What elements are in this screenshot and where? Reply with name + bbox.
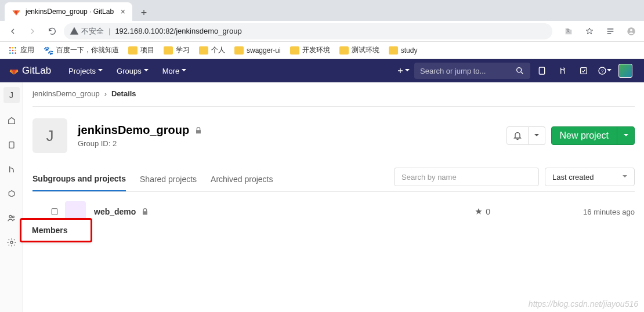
chevron-down-icon — [98, 67, 103, 75]
lock-icon — [194, 126, 203, 135]
breadcrumb: jenkinsDemo_group › Details — [32, 89, 635, 98]
svg-point-2 — [630, 29, 632, 31]
folder-icon — [234, 46, 244, 55]
star-icon — [474, 207, 483, 216]
svg-rect-21 — [52, 209, 57, 215]
folder-icon — [339, 46, 349, 55]
svg-text:文: 文 — [566, 28, 570, 32]
gitlab-nav: GitLab Projects Groups More Search or ju… — [0, 59, 644, 82]
nav-merge-icon[interactable] — [553, 61, 572, 80]
group-title: jenkinsDemo_group — [78, 124, 203, 137]
sort-dropdown[interactable]: Last created — [545, 168, 635, 186]
browser-toolbar: 不安全 | 192.168.0.100:82/jenkinsdemo_group… — [0, 21, 644, 42]
reload-button[interactable] — [44, 23, 60, 39]
svg-point-6 — [9, 49, 11, 51]
nav-groups[interactable]: Groups — [111, 59, 154, 82]
star-icon[interactable] — [581, 23, 598, 39]
browser-tab[interactable]: jenkinsDemo_group · GitLab × — [5, 2, 132, 21]
chevron-down-icon — [607, 66, 612, 76]
chevron-down-icon — [534, 130, 539, 141]
project-updated: 16 minutes ago — [583, 208, 635, 216]
group-header: J jenkinsDemo_group Group ID: 2 New proj… — [32, 118, 635, 153]
tab-subgroups[interactable]: Subgroups and projects — [32, 167, 126, 191]
sidebar: J — [0, 82, 23, 312]
bookmark-folder[interactable]: 项目 — [125, 43, 158, 57]
apps-button[interactable]: 应用 — [5, 43, 38, 57]
breadcrumb-group[interactable]: jenkinsDemo_group — [32, 89, 100, 98]
project-name[interactable]: web_demo — [94, 207, 150, 216]
new-tab-button[interactable]: + — [136, 5, 152, 21]
svg-point-4 — [12, 47, 14, 49]
nav-user-avatar[interactable] — [616, 61, 635, 80]
bookmark-baidu[interactable]: 🐾百度一下，你就知道 — [40, 43, 122, 57]
project-stars[interactable]: 0 — [474, 207, 490, 216]
breadcrumb-page: Details — [111, 89, 136, 98]
svg-rect-17 — [9, 142, 14, 148]
url-text: 192.168.0.100:82/jenkinsdemo_group — [115, 27, 241, 35]
group-id-label: Group ID: 2 — [78, 139, 203, 148]
bookmark-folder[interactable]: 开发环境 — [287, 43, 334, 57]
address-bar[interactable]: 不安全 | 192.168.0.100:82/jenkinsdemo_group — [64, 23, 552, 39]
forward-button[interactable] — [24, 23, 41, 39]
search-placeholder: Search or jump to... — [420, 67, 515, 75]
project-row[interactable]: web_demo 0 16 minutes ago — [32, 192, 635, 231]
bookmark-folder[interactable]: 个人 — [196, 43, 229, 57]
sidebar-merge-icon[interactable] — [0, 158, 23, 181]
svg-rect-13 — [539, 67, 544, 74]
svg-point-18 — [9, 215, 12, 217]
nav-projects[interactable]: Projects — [63, 59, 108, 82]
sidebar-group-avatar[interactable]: J — [3, 87, 20, 103]
sidebar-issues-icon[interactable] — [0, 133, 23, 157]
group-avatar: J — [32, 118, 67, 153]
browser-tab-bar: jenkinsDemo_group · GitLab × + — [0, 0, 644, 21]
bookmark-folder[interactable]: 学习 — [160, 43, 193, 57]
tab-shared[interactable]: Shared projects — [140, 168, 197, 191]
gitlab-logo[interactable]: GitLab — [9, 65, 51, 77]
translate-icon[interactable]: 文 — [560, 23, 577, 39]
svg-point-19 — [12, 216, 14, 217]
profile-icon[interactable] — [623, 23, 639, 39]
search-icon — [515, 66, 524, 75]
sidebar-kubernetes-icon[interactable] — [0, 182, 23, 205]
chevron-right-icon: › — [104, 89, 107, 98]
bell-icon — [513, 131, 522, 140]
bookmark-folder[interactable]: swagger-ui — [231, 44, 284, 57]
folder-icon — [199, 46, 208, 55]
close-icon[interactable]: × — [121, 7, 125, 16]
chevron-down-icon — [623, 173, 627, 182]
svg-point-12 — [517, 68, 522, 72]
folder-icon — [290, 46, 299, 55]
main-content: jenkinsDemo_group › Details J jenkinsDem… — [23, 82, 644, 312]
folder-icon — [128, 46, 138, 55]
chevron-down-icon — [405, 66, 410, 76]
insecure-icon: 不安全 — [70, 26, 104, 37]
bookmark-folder[interactable]: study — [385, 44, 421, 57]
new-project-button[interactable]: New project — [551, 126, 635, 145]
back-button[interactable] — [5, 23, 21, 39]
nav-more[interactable]: More — [157, 59, 193, 82]
chevron-down-icon — [624, 130, 628, 141]
svg-point-8 — [15, 49, 16, 51]
chevron-down-icon — [182, 67, 186, 75]
nav-search-input[interactable]: Search or jump to... — [414, 63, 530, 79]
lock-icon — [140, 207, 150, 216]
bookmark-folder[interactable]: 测试环境 — [336, 43, 383, 57]
svg-point-20 — [10, 241, 13, 244]
watermark: https://blog.csdn.net/jiayou516 — [529, 299, 638, 309]
nav-issues-icon[interactable] — [533, 61, 551, 80]
nav-todos-icon[interactable] — [574, 61, 593, 80]
svg-point-3 — [9, 47, 11, 49]
nav-help-icon[interactable]: ? — [595, 61, 614, 80]
reading-list-icon[interactable] — [602, 23, 618, 39]
sidebar-overview-icon[interactable] — [0, 109, 23, 132]
bookmarks-bar: 应用 🐾百度一下，你就知道 项目 学习 个人 swagger-ui 开发环境 测… — [0, 42, 644, 59]
tab-title: jenkinsDemo_group · GitLab — [26, 8, 114, 16]
svg-point-7 — [12, 49, 14, 51]
svg-point-10 — [12, 52, 14, 54]
tab-archived[interactable]: Archived projects — [211, 168, 273, 191]
nav-plus-button[interactable] — [393, 61, 412, 80]
notification-button[interactable] — [506, 126, 545, 145]
svg-point-11 — [15, 52, 16, 54]
svg-point-9 — [9, 52, 11, 54]
filter-search-input[interactable]: Search by name — [394, 168, 539, 186]
